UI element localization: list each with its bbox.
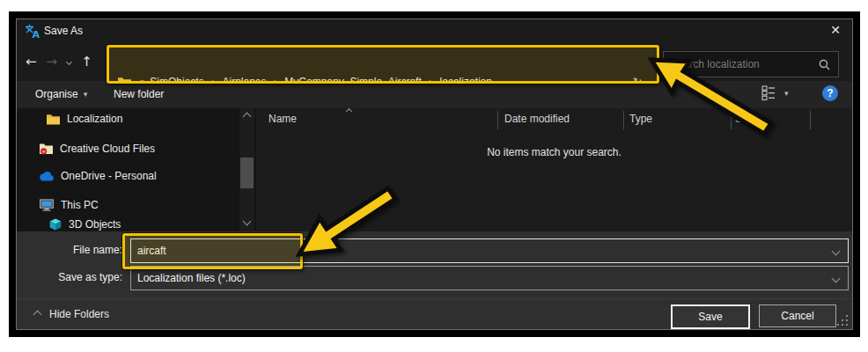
3d-cube-icon [49, 218, 62, 231]
up-icon[interactable]: ↑ [81, 55, 92, 69]
column-divider[interactable] [497, 111, 498, 129]
svg-text:A: A [33, 29, 40, 39]
resize-grip[interactable] [837, 315, 849, 326]
empty-list-message: No items match your search. [256, 146, 852, 158]
organise-button[interactable]: Organise ▾ [35, 81, 87, 107]
creative-cloud-folder-icon: ∞ [40, 143, 53, 155]
new-folder-button[interactable]: New folder [114, 81, 164, 107]
sidebar-item-label: Localization [67, 113, 122, 125]
close-icon[interactable]: ✕ [824, 20, 847, 40]
save-button[interactable]: Save [671, 304, 750, 329]
column-header-date-modified[interactable]: Date modified [504, 113, 570, 125]
file-name-label: File name: [17, 244, 122, 256]
cancel-button[interactable]: Cancel [759, 304, 836, 327]
svg-text:∞: ∞ [41, 149, 46, 154]
file-name-combo [130, 238, 849, 263]
hide-folders-button[interactable]: Hide Folders [34, 308, 109, 320]
onedrive-cloud-icon [39, 172, 54, 181]
save-as-type-select[interactable]: Localization files (*.loc) [130, 266, 849, 290]
window-shadow-frame: A Save As ✕ ← → ↑ « SimObjects › Airplan… [9, 11, 860, 337]
scrollbar-up-icon[interactable] [243, 113, 252, 121]
sidebar-item-creative-cloud-files[interactable]: ∞ Creative Cloud Files [40, 139, 155, 158]
organise-label: Organise [35, 88, 78, 100]
dialog-footer: Hide Folders Save Cancel [17, 298, 852, 329]
help-icon[interactable]: ? [822, 85, 838, 101]
sidebar-item-onedrive[interactable]: OneDrive - Personal [39, 166, 157, 186]
file-name-dropdown-chevron-icon[interactable] [832, 246, 841, 255]
search-box[interactable] [663, 51, 839, 77]
navigation-row: ← → ↑ « SimObjects › Airplanes › MyCompa… [17, 43, 852, 81]
translate-app-icon: A [25, 24, 40, 39]
save-as-type-label: Save as type: [17, 271, 122, 283]
change-view-button[interactable]: ▾ [761, 85, 789, 100]
search-icon [819, 59, 830, 70]
column-header-type[interactable]: Type [629, 113, 652, 125]
scrollbar-thumb[interactable] [240, 158, 254, 188]
sidebar-item-this-pc[interactable]: This PC [40, 195, 99, 215]
sidebar-item-label: Creative Cloud Files [60, 143, 155, 155]
file-name-section: File name: Save as type: Localization fi… [17, 231, 852, 298]
sidebar-item-label: 3D Objects [69, 218, 121, 231]
save-as-dialog: A Save As ✕ ← → ↑ « SimObjects › Airplan… [16, 18, 853, 330]
folder-icon [47, 114, 60, 125]
sidebar-item-localization[interactable]: Localization [47, 109, 122, 128]
file-list-pane: Name Date modified Type Size No items ma… [256, 108, 852, 231]
column-divider[interactable] [810, 111, 811, 129]
sidebar-item-label: This PC [61, 199, 99, 211]
main-area: Localization ∞ Creative Cloud Files OneD… [17, 108, 852, 231]
view-caret-icon: ▾ [784, 89, 789, 98]
scrollbar-down-icon[interactable] [243, 217, 252, 226]
back-icon[interactable]: ← [26, 55, 37, 69]
forward-icon[interactable]: → [47, 55, 58, 69]
new-folder-label: New folder [114, 88, 164, 100]
recent-locations-chevron-icon[interactable] [66, 59, 72, 65]
chevron-up-icon [33, 310, 42, 319]
navigation-pane: Localization ∞ Creative Cloud Files OneD… [17, 108, 239, 231]
hide-folders-label: Hide Folders [49, 308, 109, 320]
save-as-type-chevron-icon [832, 274, 841, 282]
column-divider[interactable] [731, 111, 732, 129]
column-header-name[interactable]: Name [268, 113, 297, 125]
computer-monitor-icon [40, 199, 54, 211]
file-name-input[interactable] [131, 245, 833, 257]
sidebar-scrollbar[interactable] [239, 108, 254, 231]
window-title: Save As [44, 25, 83, 37]
organise-caret-icon: ▾ [84, 90, 88, 99]
sort-ascending-icon [346, 108, 352, 114]
column-header-size[interactable]: Size [735, 113, 755, 125]
column-divider[interactable] [623, 111, 624, 129]
command-toolbar: Organise ▾ New folder ▾ ? [17, 81, 852, 109]
title-bar: A Save As ✕ [17, 19, 852, 43]
sidebar-item-label: OneDrive - Personal [61, 170, 157, 182]
details-view-icon [761, 85, 776, 100]
search-input[interactable] [664, 58, 819, 70]
save-as-type-value: Localization files (*.loc) [131, 272, 833, 284]
